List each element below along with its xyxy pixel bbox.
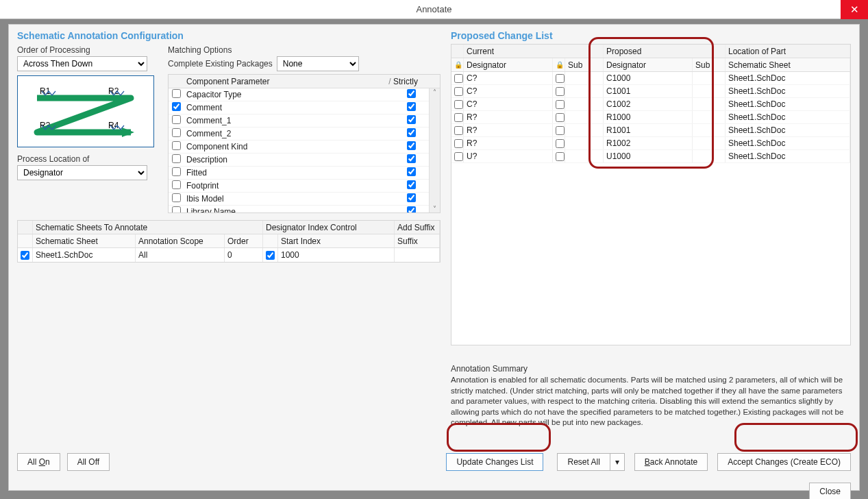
param-check[interactable] <box>172 154 181 163</box>
param-strict-check[interactable] <box>407 180 416 189</box>
change-sub-check[interactable] <box>556 152 565 161</box>
change-lock-check[interactable] <box>454 113 463 122</box>
change-lock-check[interactable] <box>454 100 463 109</box>
start-index-check[interactable] <box>266 251 275 260</box>
th-cur-sub[interactable]: Sub <box>565 58 604 71</box>
param-name: Description <box>184 155 393 165</box>
param-row[interactable]: Capacitor Type <box>169 88 440 101</box>
location-sheet: Sheet1.SchDoc <box>726 111 850 123</box>
th-proposed[interactable]: Proposed <box>604 45 726 58</box>
button-row: All On All Off Update Changes List Reset… <box>17 453 851 471</box>
change-row[interactable]: R?R1000Sheet1.SchDoc <box>451 111 850 124</box>
back-annotate-button[interactable]: Back Annotate <box>634 453 708 471</box>
change-lock-check[interactable] <box>454 126 463 135</box>
param-row[interactable]: Comment <box>169 101 440 114</box>
param-row[interactable]: Description <box>169 154 440 167</box>
order-select[interactable]: Across Then Down <box>17 56 147 71</box>
th-prop-sub[interactable]: Sub <box>693 58 726 71</box>
change-sub-check[interactable] <box>556 139 565 148</box>
param-check[interactable] <box>172 102 181 111</box>
sheet-row-check[interactable] <box>21 251 29 260</box>
param-row[interactable]: Ibis Model <box>169 193 440 206</box>
sheets-sub-sheet[interactable]: Schematic Sheet <box>33 234 136 247</box>
change-row[interactable]: C?C1002Sheet1.SchDoc <box>451 98 850 111</box>
param-row[interactable]: Comment_1 <box>169 114 440 127</box>
param-strict-check[interactable] <box>407 102 416 111</box>
update-changes-button[interactable]: Update Changes List <box>446 453 543 471</box>
param-check[interactable] <box>172 89 181 98</box>
param-strict-check[interactable] <box>407 89 416 98</box>
window-close-button[interactable]: ✕ <box>841 0 868 19</box>
param-check[interactable] <box>172 167 181 176</box>
param-strict-check[interactable] <box>407 141 416 150</box>
sheet-name: Sheet1.SchDoc <box>33 248 136 262</box>
sheets-h1[interactable]: Schematic Sheets To Annotate <box>33 221 263 234</box>
change-row[interactable]: R?R1002Sheet1.SchDoc <box>451 137 850 150</box>
th-prop-desig[interactable]: Designator <box>604 58 693 71</box>
close-button[interactable]: Close <box>809 483 851 499</box>
sheet-start: 1000 <box>278 248 395 262</box>
sheets-sub-scope[interactable]: Annotation Scope <box>136 234 225 247</box>
change-row[interactable]: C?C1000Sheet1.SchDoc <box>451 72 850 85</box>
reset-all-dropdown[interactable]: ▾ <box>610 453 625 471</box>
sheets-sub-order[interactable]: Order <box>225 234 263 247</box>
th-location[interactable]: Location of Part <box>726 45 850 58</box>
param-check[interactable] <box>172 128 181 137</box>
all-on-button[interactable]: All On <box>17 453 60 471</box>
change-lock-check[interactable] <box>454 87 463 96</box>
param-strict-check[interactable] <box>407 128 416 137</box>
th-cur-desig[interactable]: Designator <box>464 58 553 71</box>
change-lock-check[interactable] <box>454 139 463 148</box>
change-lock-check[interactable] <box>454 74 463 83</box>
change-sub-check[interactable] <box>556 87 565 96</box>
sheets-sub-start[interactable]: Start Index <box>278 234 395 247</box>
annotate-window: Annotate ✕ Schematic Annotation Configur… <box>0 0 868 499</box>
complete-packages-select[interactable]: None <box>277 56 359 71</box>
sheets-sub-suffix[interactable]: Suffix <box>395 234 440 247</box>
change-row[interactable]: U?U1000Sheet1.SchDoc <box>451 150 850 163</box>
change-lock-check[interactable] <box>454 152 463 161</box>
matching-column: Matching Options Complete Existing Packa… <box>168 45 441 213</box>
change-sub-check[interactable] <box>556 126 565 135</box>
param-strict-check[interactable] <box>407 167 416 176</box>
proposed-designator: R1000 <box>604 111 693 123</box>
change-row[interactable]: R?R1001Sheet1.SchDoc <box>451 124 850 137</box>
reset-all-button[interactable]: Reset All <box>557 453 609 471</box>
sheet-scope: All <box>136 248 225 262</box>
param-strict-check[interactable] <box>407 206 416 213</box>
sheets-h3[interactable]: Add Suffix <box>395 221 440 234</box>
sheet-suffix <box>395 248 440 262</box>
sheets-h2[interactable]: Designator Index Control <box>263 221 395 234</box>
change-row[interactable]: C?C1001Sheet1.SchDoc <box>451 85 850 98</box>
accept-changes-button[interactable]: Accept Changes (Create ECO) <box>717 453 851 471</box>
param-header: Component Parameter / Strictly <box>169 75 440 88</box>
location-sheet: Sheet1.SchDoc <box>726 72 850 84</box>
param-row[interactable]: Component Kind <box>169 141 440 154</box>
param-scrollbar[interactable]: ˄ ˅ <box>429 88 440 212</box>
param-strict-check[interactable] <box>407 154 416 163</box>
param-check[interactable] <box>172 206 181 213</box>
param-row[interactable]: Library Name <box>169 206 440 213</box>
change-sub-check[interactable] <box>556 74 565 83</box>
th-current[interactable]: Current <box>464 45 604 58</box>
param-name: Comment <box>184 103 393 112</box>
change-sub-check[interactable] <box>556 113 565 122</box>
param-th-name[interactable]: Component Parameter <box>184 77 386 86</box>
param-th-strict[interactable]: Strictly <box>393 77 429 86</box>
th-sheet[interactable]: Schematic Sheet <box>726 58 850 71</box>
param-check[interactable] <box>172 193 181 202</box>
proposed-sub <box>693 150 726 162</box>
param-check[interactable] <box>172 141 181 150</box>
param-row[interactable]: Fitted <box>169 167 440 180</box>
param-check[interactable] <box>172 180 181 189</box>
all-off-button[interactable]: All Off <box>67 453 110 471</box>
param-check[interactable] <box>172 115 181 124</box>
process-select[interactable]: Designator <box>17 165 147 180</box>
param-row[interactable]: Comment_2 <box>169 127 440 141</box>
change-sub-check[interactable] <box>556 100 565 109</box>
sheet-row[interactable]: Sheet1.SchDoc All 0 1000 <box>18 248 440 262</box>
param-strict-check[interactable] <box>407 193 416 202</box>
param-strict-check[interactable] <box>407 115 416 124</box>
scroll-down-icon: ˅ <box>433 205 436 212</box>
param-row[interactable]: Footprint <box>169 180 440 193</box>
